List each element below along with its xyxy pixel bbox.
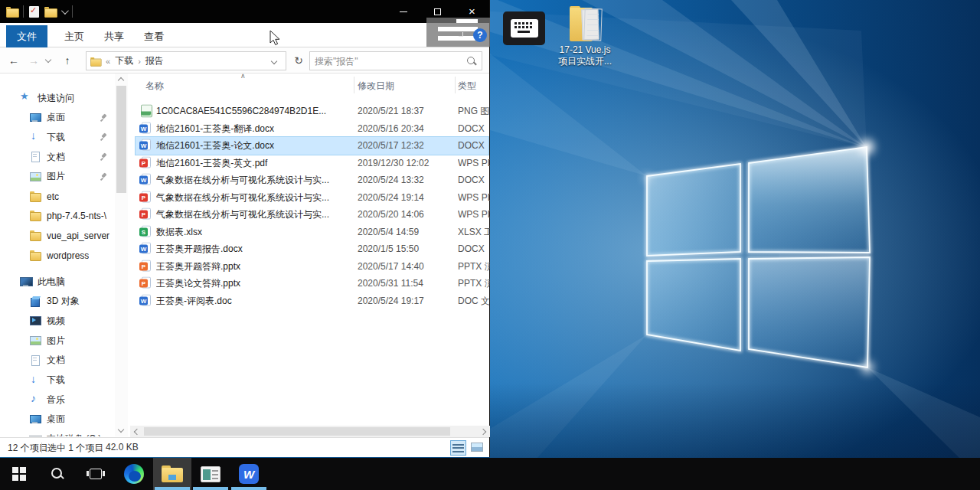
file-row[interactable]: S数据表.xlsx2020/5/4 14:59XLSX 工 xyxy=(136,224,488,241)
search-icon[interactable] xyxy=(466,56,477,67)
file-type: DOCX xyxy=(458,140,490,151)
details-view-icon xyxy=(454,444,464,452)
refresh-button[interactable]: ↻ xyxy=(289,51,308,70)
address-dropdown-icon[interactable] xyxy=(271,57,277,64)
column-divider[interactable] xyxy=(455,77,456,93)
forward-button[interactable]: → xyxy=(24,47,43,74)
document-file-icon xyxy=(29,355,41,366)
nav-group-quick-access[interactable]: 快速访问 xyxy=(0,88,115,108)
nav-item[interactable]: 文档 xyxy=(0,147,115,167)
breadcrumb-overflow[interactable]: « xyxy=(106,57,110,66)
nav-item[interactable]: 文档 xyxy=(0,351,115,371)
recent-locations-dropdown-icon[interactable] xyxy=(43,47,54,74)
nav-item[interactable]: 下载 xyxy=(0,371,115,390)
properties-icon[interactable] xyxy=(29,6,39,18)
up-button[interactable]: ↑ xyxy=(58,47,77,74)
folder-icon xyxy=(29,211,41,221)
wps-office-button[interactable]: W xyxy=(230,458,268,490)
nav-item[interactable]: etc xyxy=(0,187,115,207)
file-list: ∧ 名称 修改日期 类型 1C0CAC8AE541C5596C284974B2D… xyxy=(130,74,490,426)
desktop-monitor-icon xyxy=(29,113,41,123)
file-name: 1C0CAC8AE541C5596C284974B2D1E... xyxy=(156,106,348,116)
tab-home[interactable]: 主页 xyxy=(54,25,95,47)
pin-icon xyxy=(100,114,108,122)
new-folder-icon[interactable] xyxy=(44,7,56,16)
horizontal-scrollbar[interactable] xyxy=(130,426,490,437)
file-row[interactable]: W王荟奥开题报告.docx2020/1/5 15:50DOCX xyxy=(136,240,488,258)
file-row[interactable]: W气象数据在线分析与可视化系统设计与实...2020/5/24 13:32DOC… xyxy=(136,172,488,189)
scroll-up-icon[interactable] xyxy=(118,77,124,83)
nav-item[interactable]: 音乐 xyxy=(0,390,115,410)
file-row[interactable]: W王荟奥-评阅表.doc2020/5/24 19:17DOC 文 xyxy=(136,292,488,310)
thumbnail-view-icon xyxy=(471,443,483,452)
file-row[interactable]: P地信21601-王荟奥-英文.pdf2019/12/30 12:02WPS P… xyxy=(136,155,488,172)
file-row[interactable]: P王荟奥开题答辩.pptx2020/5/17 14:40PPTX 演 xyxy=(136,258,488,276)
column-name[interactable]: 名称 xyxy=(145,80,164,93)
file-date: 2020/5/4 14:59 xyxy=(358,227,451,237)
nav-item[interactable]: 下载 xyxy=(0,127,115,147)
pictures-image-icon xyxy=(29,172,41,182)
back-button[interactable]: ← xyxy=(5,47,23,74)
folder-icon xyxy=(29,250,41,261)
file-row[interactable]: W地信21601-王荟奥-论文.docx2020/5/17 12:32DOCX xyxy=(136,137,488,155)
search-input[interactable] xyxy=(310,56,466,67)
file-name: 地信21601-王荟奥-英文.pdf xyxy=(156,156,348,169)
breadcrumb-reports[interactable]: 报告 xyxy=(145,54,164,67)
nav-item[interactable]: vue_api_server xyxy=(0,226,115,246)
file-explorer-button[interactable] xyxy=(153,458,191,490)
download-arrow-icon xyxy=(29,375,41,386)
scroll-thumb[interactable] xyxy=(116,86,126,193)
details-view-button[interactable] xyxy=(450,440,466,456)
scroll-thumb[interactable] xyxy=(144,427,450,436)
music-note-icon xyxy=(29,394,41,405)
taskbar-search-button[interactable] xyxy=(38,458,77,490)
nav-scrollbar[interactable] xyxy=(115,74,128,436)
file-type: PNG 图 xyxy=(458,105,490,118)
nav-item[interactable]: php-7.4.5-nts-\ xyxy=(0,206,115,226)
file-row[interactable]: 1C0CAC8AE541C5596C284974B2D1E...2020/5/2… xyxy=(136,103,488,120)
address-box[interactable]: « 下载 › 报告 xyxy=(86,51,286,70)
breadcrumb-downloads[interactable]: 下载 xyxy=(115,54,133,67)
help-button[interactable]: ? xyxy=(473,28,487,42)
scroll-down-icon[interactable] xyxy=(118,426,124,433)
desktop-shortcut-vuejs[interactable]: 17-21 Vue.js 项目实战开... xyxy=(542,6,628,67)
file-date: 2020/5/20 14:06 xyxy=(358,209,451,220)
nav-item[interactable]: 桌面 xyxy=(0,410,115,430)
touch-keyboard-button[interactable] xyxy=(503,11,545,45)
column-headers: ∧ 名称 修改日期 类型 xyxy=(130,74,490,96)
file-row[interactable]: P气象数据在线分析与可视化系统设计与实...2020/5/24 19:14WPS… xyxy=(136,189,488,207)
scroll-left-icon[interactable] xyxy=(134,429,140,435)
nav-item[interactable]: 图片 xyxy=(0,167,115,187)
file-row[interactable]: W地信21601-王荟奥-翻译.docx2020/5/16 20:34DOCX xyxy=(136,120,488,138)
column-date[interactable]: 修改日期 xyxy=(358,80,394,93)
explorer-folder-icon[interactable] xyxy=(6,7,18,16)
nav-item[interactable]: 桌面 xyxy=(0,108,115,128)
column-divider[interactable] xyxy=(354,77,354,93)
docx-file-icon: W xyxy=(139,174,152,187)
edge-button[interactable] xyxy=(115,458,153,490)
task-view-button[interactable] xyxy=(77,458,115,490)
video-screen-icon xyxy=(29,315,41,326)
tab-file[interactable]: 文件 xyxy=(6,25,47,47)
file-type: PPTX 演 xyxy=(458,260,490,273)
file-explorer-icon xyxy=(162,466,183,482)
start-button[interactable] xyxy=(0,458,38,490)
minimize-button[interactable] xyxy=(386,0,420,23)
scroll-right-icon[interactable] xyxy=(480,429,486,435)
nav-group-this-pc[interactable]: 此电脑 xyxy=(0,272,115,292)
file-row[interactable]: P气象数据在线分析与可视化系统设计与实...2020/5/20 14:06WPS… xyxy=(136,206,488,224)
thumbnail-view-button[interactable] xyxy=(469,440,485,456)
nav-label: 图片 xyxy=(47,335,65,348)
nav-item[interactable]: 3D 对象 xyxy=(0,292,115,312)
nav-item[interactable]: 本地磁盘 (C:) xyxy=(0,430,115,436)
tab-share[interactable]: 共享 xyxy=(93,25,135,47)
nav-item[interactable]: 视频 xyxy=(0,311,115,331)
file-row[interactable]: P王荟奥论文答辩.pptx2020/5/31 11:54PPTX 演 xyxy=(136,275,488,292)
customize-dropdown-icon[interactable] xyxy=(61,7,69,15)
app-window-button[interactable] xyxy=(191,458,230,490)
tab-view[interactable]: 查看 xyxy=(133,25,175,47)
column-type[interactable]: 类型 xyxy=(458,80,476,93)
pin-icon xyxy=(100,133,108,141)
nav-item[interactable]: wordpress xyxy=(0,246,115,266)
nav-item[interactable]: 图片 xyxy=(0,331,115,351)
